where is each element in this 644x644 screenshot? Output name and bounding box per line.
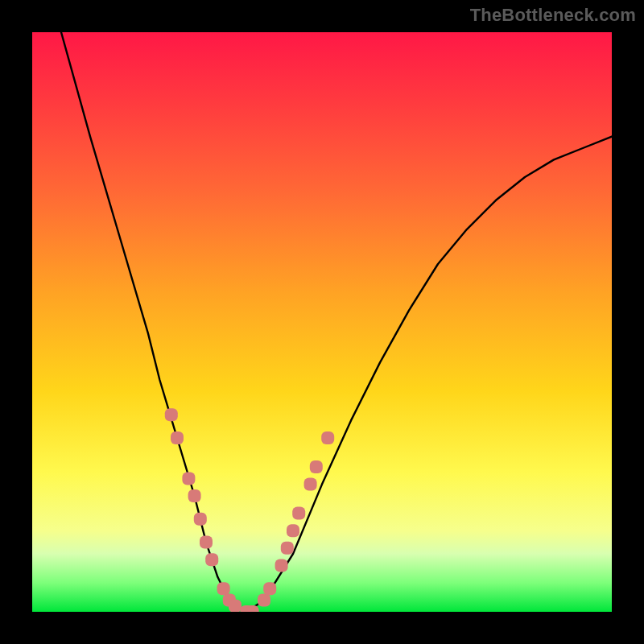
highlight-dot — [188, 489, 201, 502]
highlight-dot — [310, 460, 323, 473]
highlight-dot — [246, 605, 259, 612]
highlight-dots — [165, 408, 334, 612]
highlight-dot — [321, 431, 334, 444]
highlight-dot — [217, 582, 230, 595]
highlight-dot — [182, 472, 195, 485]
highlight-dot — [281, 542, 294, 555]
chart-root: TheBottleneck.com — [0, 0, 644, 644]
watermark-label: TheBottleneck.com — [470, 5, 636, 26]
highlight-dot — [287, 524, 299, 537]
plot-area — [32, 32, 612, 612]
highlight-dot — [304, 478, 317, 491]
highlight-dot — [200, 536, 213, 549]
highlight-dot — [275, 559, 288, 572]
highlight-dot — [194, 513, 207, 526]
highlight-dot — [263, 582, 276, 595]
highlight-dot — [229, 600, 242, 612]
curve-layer — [32, 32, 612, 612]
highlight-dot — [165, 408, 178, 421]
highlight-dot — [292, 507, 305, 520]
highlight-dot — [258, 594, 270, 607]
highlight-dot — [171, 431, 184, 444]
bottleneck-curve — [61, 32, 612, 612]
highlight-dot — [205, 553, 218, 566]
